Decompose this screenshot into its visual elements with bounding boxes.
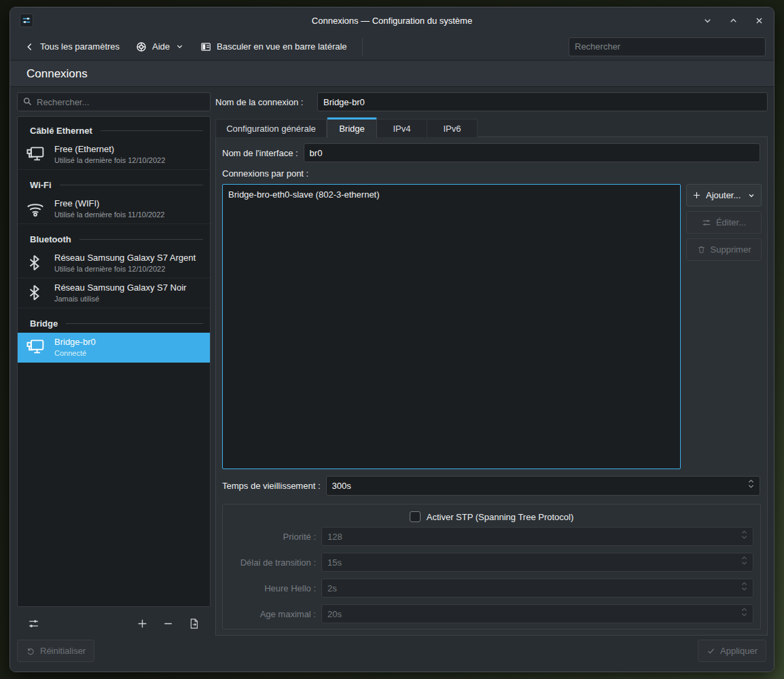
edit-sliders-icon bbox=[702, 218, 711, 227]
connection-subtitle: Utilisé la dernière fois 12/10/2022 bbox=[54, 155, 165, 165]
bridge-tab-page: Nom de l'interface : Connexions par pont… bbox=[215, 136, 768, 636]
max-age-spinbox[interactable]: 20s bbox=[321, 604, 753, 623]
section-header-bridge: Bridge bbox=[18, 314, 210, 333]
toolbar: Tous les paramètres Aide Basculer en vue… bbox=[10, 33, 774, 60]
wifi-icon bbox=[26, 199, 46, 218]
global-search-input[interactable] bbox=[569, 37, 766, 56]
edit-bridged-connection-button[interactable]: Éditer... bbox=[686, 211, 762, 234]
list-item-bridge-br0[interactable]: Bridge-br0 Connecté bbox=[18, 333, 210, 363]
connection-name-label: Nom de la connexion : bbox=[215, 97, 303, 107]
spinner-arrows-icon[interactable] bbox=[741, 530, 748, 540]
list-item-bt-noir[interactable]: Réseau Samsung Galaxy S7 Noir Jamais uti… bbox=[18, 278, 210, 308]
tab-ipv4[interactable]: IPv4 bbox=[377, 119, 427, 137]
hello-time-row: Heure Hello : 2s bbox=[230, 579, 753, 598]
search-icon bbox=[22, 96, 33, 107]
forward-delay-label: Délai de transition : bbox=[230, 557, 316, 568]
interface-name-input[interactable] bbox=[304, 143, 760, 162]
aging-time-label: Temps de vieillissement : bbox=[222, 481, 321, 491]
app-icon bbox=[20, 14, 33, 27]
connection-title: Free (WIFI) bbox=[54, 198, 164, 209]
delete-bridged-connection-button[interactable]: Supprimer bbox=[686, 238, 762, 261]
list-item-free-ethernet[interactable]: Free (Ethernet) Utilisé la dernière fois… bbox=[18, 140, 210, 170]
content-area: Câblé Ethernet Free (Ethernet) Utilisé l… bbox=[10, 87, 774, 672]
help-button[interactable]: Aide bbox=[129, 38, 191, 56]
plus-icon bbox=[692, 191, 701, 200]
priority-label: Priorité : bbox=[230, 532, 316, 542]
priority-row: Priorité : 128 bbox=[230, 527, 753, 546]
page-title: Connexions bbox=[26, 67, 88, 81]
chevron-down-icon bbox=[747, 191, 755, 200]
hello-time-label: Heure Hello : bbox=[230, 583, 316, 593]
bluetooth-icon bbox=[26, 284, 46, 301]
titlebar: Connexions — Configuration du système bbox=[10, 7, 774, 33]
forward-delay-row: Délai de transition : 15s bbox=[230, 553, 753, 572]
bridged-connections-list[interactable]: Bridge-bro-eth0-slave (802-3-ethernet) bbox=[222, 184, 681, 469]
bluetooth-icon bbox=[26, 254, 46, 272]
maximize-button[interactable] bbox=[728, 15, 738, 26]
apply-button[interactable]: Appliquer bbox=[698, 640, 766, 662]
hello-time-spinbox[interactable]: 2s bbox=[321, 579, 753, 598]
export-connection-icon[interactable] bbox=[188, 618, 200, 629]
tab-bar: Configuration générale Bridge IPv4 IPv6 bbox=[215, 117, 478, 137]
stp-checkbox-row: Activer STP (Spanning Tree Protocol) bbox=[223, 507, 760, 527]
stp-group-box: Activer STP (Spanning Tree Protocol) Pri… bbox=[222, 504, 761, 629]
chevron-down-icon bbox=[175, 42, 184, 51]
spinner-arrows-icon[interactable] bbox=[741, 581, 748, 591]
ethernet-icon bbox=[26, 145, 46, 164]
add-bridged-connection-button[interactable]: Ajouter... bbox=[686, 184, 762, 206]
sidebar-search bbox=[17, 92, 211, 111]
sidebar-toolbar bbox=[17, 612, 211, 635]
tab-general-configuration[interactable]: Configuration générale bbox=[215, 119, 327, 137]
interface-name-label: Nom de l'interface : bbox=[222, 148, 298, 158]
help-lifebuoy-icon bbox=[136, 41, 147, 52]
back-chevron-icon bbox=[25, 42, 35, 52]
bridged-connections-label: Connexions par pont : bbox=[222, 168, 308, 179]
interface-name-row: Nom de l'interface : bbox=[222, 143, 760, 162]
section-header-bluetooth: Bluetooth bbox=[18, 230, 210, 249]
max-age-row: Age maximal : 20s bbox=[230, 604, 753, 623]
close-button[interactable] bbox=[753, 15, 764, 26]
reset-button[interactable]: Réinitialiser bbox=[17, 640, 94, 662]
add-connection-icon[interactable] bbox=[137, 618, 148, 629]
connection-title: Réseau Samsung Galaxy S7 Argent bbox=[54, 252, 196, 263]
connection-title: Réseau Samsung Galaxy S7 Noir bbox=[54, 282, 186, 293]
bridged-list-actions: Ajouter... Éditer... Supprimer bbox=[686, 184, 762, 261]
aging-time-spinbox[interactable]: 300s bbox=[326, 476, 761, 496]
list-item-bt-argent[interactable]: Réseau Samsung Galaxy S7 Argent Utilisé … bbox=[18, 249, 210, 278]
ethernet-icon bbox=[26, 337, 46, 356]
tab-bridge[interactable]: Bridge bbox=[327, 117, 377, 138]
spinner-arrows-icon[interactable] bbox=[741, 607, 748, 617]
toggle-sidebar-view-button[interactable]: Basculer en vue en barre latérale bbox=[194, 38, 354, 56]
all-settings-button[interactable]: Tous les paramètres bbox=[18, 38, 126, 55]
connection-subtitle: Jamais utilisé bbox=[54, 294, 186, 304]
tab-ipv6[interactable]: IPv6 bbox=[427, 119, 478, 137]
stp-checkbox-label: Activer STP (Spanning Tree Protocol) bbox=[427, 512, 574, 522]
spinner-arrows-icon[interactable] bbox=[741, 555, 748, 566]
section-header-ethernet: Câblé Ethernet bbox=[18, 121, 210, 140]
configure-icon[interactable] bbox=[28, 618, 39, 629]
connection-name-row: Nom de la connexion : bbox=[215, 92, 768, 111]
trash-icon bbox=[697, 245, 706, 254]
section-header-wifi: Wi-Fi bbox=[18, 175, 210, 194]
connection-name-input[interactable] bbox=[317, 92, 768, 111]
minimize-button[interactable] bbox=[702, 15, 713, 26]
spinner-arrows-icon[interactable] bbox=[747, 479, 755, 489]
check-icon bbox=[707, 646, 715, 655]
connection-title: Free (Ethernet) bbox=[54, 143, 165, 155]
connection-subtitle: Utilisé la dernière fois 12/10/2022 bbox=[54, 264, 196, 274]
window-title: Connexions — Configuration du système bbox=[10, 16, 774, 26]
connection-list: Câblé Ethernet Free (Ethernet) Utilisé l… bbox=[17, 116, 211, 607]
remove-connection-icon[interactable] bbox=[162, 618, 174, 629]
page-header: Connexions bbox=[10, 61, 774, 87]
list-item-free-wifi[interactable]: Free (WIFI) Utilisé la dernière fois 11/… bbox=[18, 194, 210, 224]
priority-spinbox[interactable]: 128 bbox=[321, 527, 753, 546]
aging-time-row: Temps de vieillissement : 300s bbox=[222, 476, 760, 496]
forward-delay-spinbox[interactable]: 15s bbox=[321, 553, 753, 572]
connection-search-input[interactable] bbox=[17, 92, 211, 111]
undo-icon bbox=[26, 646, 35, 656]
stp-checkbox[interactable] bbox=[410, 511, 421, 522]
connection-subtitle: Connecté bbox=[54, 348, 96, 358]
bridged-connection-item[interactable]: Bridge-bro-eth0-slave (802-3-ethernet) bbox=[228, 189, 675, 200]
sidebar-view-icon bbox=[200, 41, 211, 52]
connection-title: Bridge-br0 bbox=[54, 336, 96, 348]
